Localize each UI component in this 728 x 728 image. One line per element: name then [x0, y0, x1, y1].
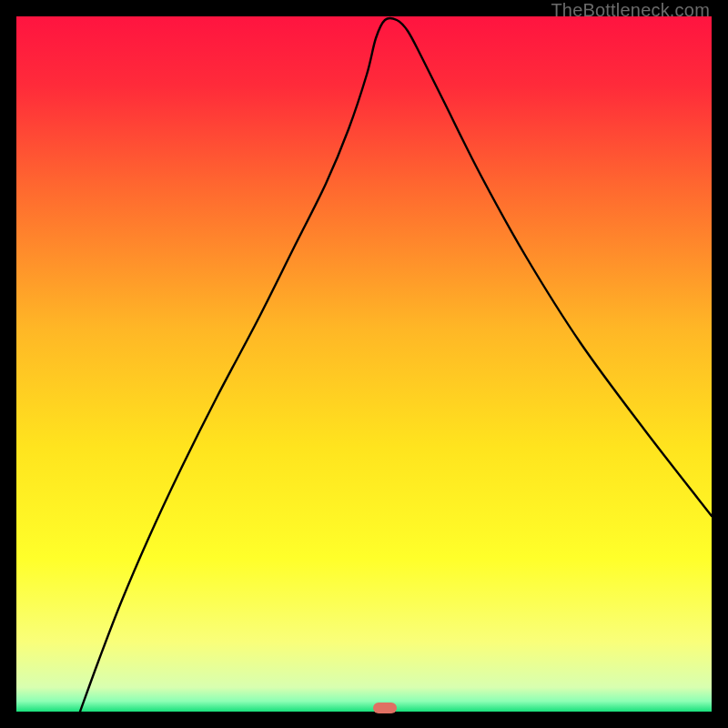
watermark-label: TheBottleneck.com	[551, 0, 710, 21]
optimal-point-marker	[373, 703, 397, 713]
chart-frame	[16, 16, 712, 712]
heat-gradient-background	[16, 16, 712, 712]
bottleneck-plot	[16, 16, 712, 712]
